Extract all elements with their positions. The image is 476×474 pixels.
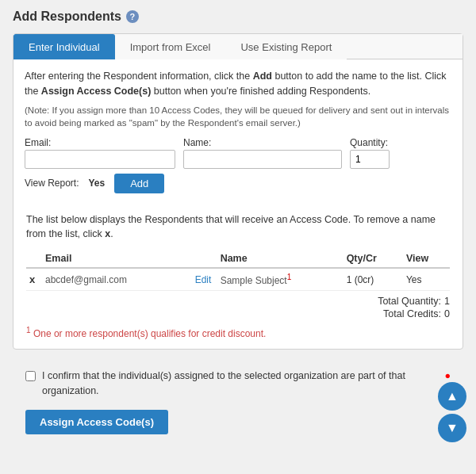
- email-cell: abcdef@gmail.com: [42, 268, 186, 291]
- name-superscript: 1: [287, 273, 292, 281]
- form-row: Email: Name: Quantity:: [25, 137, 451, 169]
- edit-link[interactable]: Edit: [195, 274, 212, 285]
- respondent-table: Email Name Qty/Cr View x abcdef@gmail.co…: [26, 250, 450, 291]
- remove-button[interactable]: x: [29, 273, 35, 285]
- email-input[interactable]: [25, 150, 175, 169]
- total-quantity-line: Total Quantity:1: [374, 296, 450, 307]
- edit-cell: Edit: [186, 268, 217, 291]
- totals-row: Total Quantity:1 Total Credits:0: [26, 296, 450, 321]
- info-text: After entering the Respondent informatio…: [25, 69, 451, 99]
- note-text: (Note: If you assign more than 10 Access…: [25, 104, 451, 129]
- tab-enter-individual[interactable]: Enter Individual: [13, 34, 115, 59]
- col-header-qty: Qty/Cr: [344, 250, 403, 268]
- bottom-section: I confirm that the individual(s) assigne…: [13, 361, 463, 444]
- name-cell: Sample Subject1: [217, 268, 344, 291]
- main-card: Enter Individual Import from Excel Use E…: [13, 33, 463, 350]
- card-body: After entering the Respondent informatio…: [13, 59, 463, 203]
- view-report-value: Yes: [88, 178, 105, 189]
- email-group: Email:: [25, 137, 175, 169]
- col-header-view: View: [403, 250, 450, 268]
- assign-button[interactable]: Assign Access Code(s): [25, 410, 168, 434]
- footnote: 1 One or more respondent(s) qualifies fo…: [26, 326, 450, 339]
- add-button[interactable]: Add: [114, 174, 164, 193]
- confirm-label: I confirm that the individual(s) assigne…: [42, 369, 436, 399]
- quantity-label: Quantity:: [350, 137, 390, 148]
- scroll-arrows: ▲ ▼: [438, 382, 466, 442]
- view-report-row: View Report: Yes Add: [25, 174, 451, 193]
- confirm-row: I confirm that the individual(s) assigne…: [25, 369, 451, 399]
- qty-cell: 1 (0cr): [344, 268, 403, 291]
- email-label: Email:: [25, 137, 175, 148]
- help-icon[interactable]: ?: [126, 10, 139, 23]
- page-title: Add Respondents: [13, 10, 121, 24]
- name-group: Name:: [183, 137, 342, 169]
- col-header-remove: [26, 250, 42, 268]
- x-bold: x: [105, 228, 110, 239]
- assign-bold: Assign Access Code(s): [41, 86, 151, 97]
- scroll-down-button[interactable]: ▼: [438, 414, 466, 442]
- tab-import-excel[interactable]: Import from Excel: [115, 34, 226, 59]
- tab-use-existing-report[interactable]: Use Existing Report: [225, 34, 347, 59]
- quantity-group: Quantity:: [350, 137, 390, 169]
- col-header-edit: [186, 250, 217, 268]
- col-header-name: Name: [217, 250, 344, 268]
- name-input[interactable]: [183, 150, 342, 169]
- total-credits-line: Total Credits:0: [380, 308, 450, 319]
- list-description: The list below displays the Respondents …: [26, 212, 450, 243]
- view-cell: Yes: [403, 268, 450, 291]
- name-label: Name:: [183, 137, 342, 148]
- list-section: The list below displays the Respondents …: [13, 203, 463, 350]
- confirm-checkbox[interactable]: [25, 371, 36, 381]
- col-header-email: Email: [42, 250, 186, 268]
- view-report-label: View Report:: [25, 178, 79, 189]
- quantity-input[interactable]: [350, 150, 390, 169]
- scroll-up-button[interactable]: ▲: [438, 382, 466, 411]
- add-bold: Add: [253, 71, 272, 82]
- table-row: x abcdef@gmail.com Edit Sample Subject1 …: [26, 268, 450, 291]
- tabs-row: Enter Individual Import from Excel Use E…: [13, 34, 463, 59]
